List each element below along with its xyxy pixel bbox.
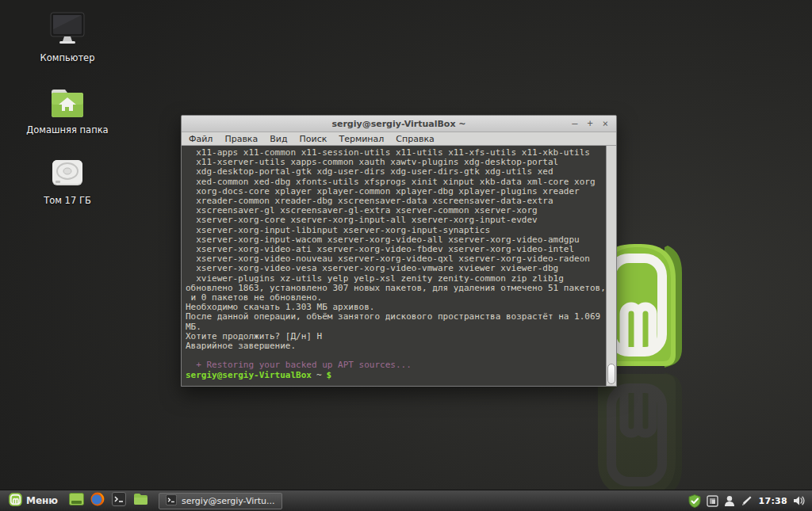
terminal-content[interactable]: x11-apps x11-common x11-session-utils x1… (182, 146, 616, 386)
terminal-titlebar[interactable]: sergiy@sergiy-VirtualBox ~ – + × (182, 116, 616, 132)
folder-icon (133, 493, 148, 509)
volume-icon[interactable] (793, 495, 806, 506)
terminal-output: x11-apps x11-common x11-session-utils x1… (186, 148, 603, 360)
firefox-icon (90, 492, 105, 509)
desktop-icon-computer[interactable]: Компьютер (21, 11, 114, 63)
taskbar: Меню (0, 490, 812, 511)
desktop-icon-label: Том 17 ГБ (44, 195, 91, 206)
screen-session-tray-icon[interactable] (707, 495, 718, 507)
mint-logo-reflection (598, 371, 687, 498)
prompt-user-host: sergiy@sergiy-VirtualBox (186, 370, 312, 380)
terminal-output-line: Аварийное завершение. (186, 341, 603, 351)
terminal-scrollbar[interactable] (606, 146, 616, 386)
desktop-icons: Компьютер Домашняя папка (21, 11, 114, 206)
menu-edit[interactable]: Правка (224, 134, 258, 144)
show-desktop-button[interactable] (68, 493, 84, 509)
desktop-icon-label: Домашняя папка (26, 124, 108, 135)
menu-file[interactable]: Файл (189, 134, 213, 144)
prompt-path: ~ (316, 370, 322, 380)
taskbar-clock[interactable]: 17:38 (758, 496, 787, 506)
menu-search[interactable]: Поиск (300, 134, 327, 144)
desktop-icon-volume[interactable]: Том 17 ГБ (21, 158, 114, 206)
mint-menu-icon (9, 493, 22, 509)
terminal-menubar: Файл Правка Вид Поиск Терминал Справка (182, 132, 616, 146)
file-manager-launcher[interactable] (132, 493, 148, 509)
desktop-icon-label: Компьютер (40, 52, 95, 63)
scrollbar-thumb[interactable] (607, 364, 615, 384)
close-button[interactable]: × (603, 119, 608, 128)
terminal-icon (166, 494, 177, 509)
update-manager-shield-icon[interactable] (688, 494, 701, 508)
window-button-label: sergiy@sergiy-Virtu... (182, 496, 275, 506)
home-folder-icon (49, 86, 86, 121)
terminal-output-line: xed-common xed-dbg xfonts-utils xfsprogs… (186, 177, 603, 187)
terminal-output-line: После данной операции, объём занятого ди… (186, 312, 603, 322)
desktop-icon-home[interactable]: Домашняя папка (21, 86, 114, 135)
terminal-output-line: xserver-xorg-input-libinput xserver-xorg… (186, 226, 603, 235)
terminal-output-line: xserver-xorg-core xserver-xorg-input-all… (186, 215, 603, 225)
show-desktop-icon (69, 493, 84, 509)
terminal-output-line: xdg-desktop-portal-gtk xdg-user-dirs xdg… (186, 167, 603, 177)
disk-icon (49, 158, 86, 192)
pen-input-tray-icon[interactable] (741, 495, 753, 507)
menu-button-label: Меню (26, 495, 58, 506)
terminal-window: sergiy@sergiy-VirtualBox ~ – + × Файл Пр… (181, 115, 617, 387)
terminal-icon (112, 492, 126, 509)
terminal-output-line: xviewer-plugins xz-utils yelp yelp-xsl z… (186, 274, 603, 284)
window-title: sergiy@sergiy-VirtualBox ~ (182, 119, 616, 129)
system-tray: 17:38 (688, 494, 808, 508)
menu-view[interactable]: Вид (270, 134, 287, 144)
taskbar-window-button[interactable]: sergiy@sergiy-Virtu... (159, 493, 282, 509)
terminal-output-line: xserver-xorg-video-vesa xserver-xorg-vid… (186, 264, 603, 273)
firefox-launcher[interactable] (90, 493, 105, 509)
desktop: Компьютер Домашняя папка (0, 0, 812, 511)
computer-icon (48, 11, 87, 49)
maximize-button[interactable]: + (588, 119, 593, 128)
menu-button[interactable]: Меню (4, 492, 63, 510)
menu-help[interactable]: Справка (396, 134, 434, 144)
terminal-prompt-line: sergiy@sergiy-VirtualBox~$ (186, 371, 603, 380)
prompt-symbol: $ (327, 370, 332, 380)
user-applet-icon[interactable] (724, 495, 735, 507)
minimize-button[interactable]: – (572, 119, 577, 128)
terminal-launcher[interactable] (111, 493, 127, 509)
menu-terminal[interactable]: Терминал (339, 134, 384, 144)
